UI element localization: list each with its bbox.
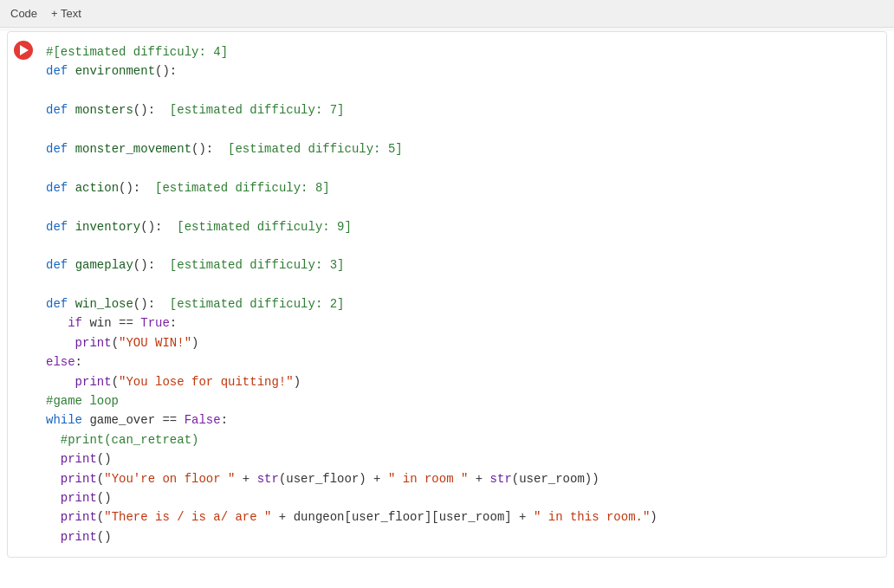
print-2: print [75, 375, 112, 389]
code-button[interactable]: Code [10, 7, 37, 20]
kw-false: False [185, 413, 221, 427]
plain-13: ( [112, 375, 119, 389]
print-6: print [61, 510, 97, 524]
plain-22: (user_room)) [512, 472, 599, 486]
kw-while: while [46, 413, 82, 427]
str-3: "You're on floor " [104, 472, 235, 486]
indent-print1 [46, 336, 75, 350]
plain-20: (user_floor) + [279, 472, 388, 486]
str-1: "YOU WIN!" [119, 336, 191, 350]
fn-monsters: monsters [75, 103, 133, 117]
indent-print2 [46, 375, 75, 389]
diff-7: [estimated difficuly: 2] [170, 297, 345, 311]
plain-26: ) [650, 510, 657, 524]
notebook-toolbar: Code + Text [0, 0, 894, 28]
diff-4: [estimated difficuly: 8] [155, 181, 330, 195]
plain-17: () [97, 452, 112, 466]
plain-5: (): [140, 220, 177, 234]
plain-10: ( [112, 336, 119, 350]
kw-def-1: def [46, 64, 68, 78]
print-5: print [61, 491, 97, 505]
diff-3: [estimated difficuly: 5] [228, 142, 403, 156]
plain-15: game_over == [82, 413, 185, 427]
fn-win-lose: win_lose [75, 297, 133, 311]
plain-12: : [75, 355, 82, 369]
code-label: Code [10, 7, 37, 20]
kw-def-6: def [46, 258, 68, 272]
plain-1: (): [155, 64, 177, 78]
fn-environment: environment [75, 64, 155, 78]
fn-action: action [75, 181, 119, 195]
code-cell: #[estimated difficuly: 4] def environmen… [7, 31, 887, 558]
str-6: " in this room." [534, 510, 650, 524]
kw-if: if [68, 316, 82, 330]
plain-6: (): [133, 258, 170, 272]
notebook-content: #[estimated difficuly: 4] def environmen… [0, 31, 894, 588]
indent-print7 [46, 530, 61, 544]
indent-print3 [46, 452, 61, 466]
diff-2: [estimated difficuly: 7] [170, 103, 345, 117]
comment-1: #[estimated difficuly: 4] [46, 45, 228, 59]
diff-5: [estimated difficuly: 9] [177, 220, 352, 234]
str-5: "There is / is a/ are " [104, 510, 271, 524]
str-fn-1: str [257, 472, 279, 486]
print-3: print [61, 452, 97, 466]
str-2: "You lose for quitting!" [119, 375, 294, 389]
print-1: print [75, 336, 112, 350]
kw-def-5: def [46, 220, 68, 234]
run-button-area[interactable] [8, 39, 39, 60]
plain-14: ) [294, 375, 301, 389]
plain-7: (): [133, 297, 170, 311]
plain-3: (): [191, 142, 228, 156]
str-4: " in room " [388, 472, 468, 486]
plain-18: ( [97, 472, 104, 486]
code-content[interactable]: #[estimated difficuly: 4] def environmen… [39, 39, 872, 550]
play-icon [20, 45, 29, 55]
indent-print5 [46, 491, 61, 505]
text-button[interactable]: + Text [51, 7, 81, 20]
comment-game-loop: #game loop [46, 394, 119, 408]
kw-else: else [46, 355, 75, 369]
run-button[interactable] [14, 41, 33, 60]
plain-21: + [468, 472, 489, 486]
plain-16: : [221, 413, 228, 427]
kw-true: True [140, 316, 170, 330]
plain-8: win == [82, 316, 140, 330]
print-7: print [61, 530, 97, 544]
plain-23: () [97, 491, 112, 505]
diff-6: [estimated difficuly: 3] [170, 258, 345, 272]
plain-11: ) [191, 336, 198, 350]
plain-19: + [235, 472, 256, 486]
indent-comment [46, 433, 61, 447]
kw-def-7: def [46, 297, 68, 311]
plain-2: (): [133, 103, 170, 117]
plain-27: () [97, 530, 112, 544]
indent-print4 [46, 472, 61, 486]
print-4: print [61, 472, 97, 486]
indent-if [46, 316, 68, 330]
kw-def-3: def [46, 142, 68, 156]
fn-monster-movement: monster_movement [75, 142, 191, 156]
plain-9: : [170, 316, 177, 330]
plain-25: + dungeon[user_floor][user_room] + [271, 510, 533, 524]
str-fn-2: str [490, 472, 512, 486]
kw-def-2: def [46, 103, 68, 117]
comment-print: #print(can_retreat) [61, 433, 199, 447]
plain-4: (): [119, 181, 155, 195]
text-label: + Text [51, 7, 81, 20]
fn-gameplay: gameplay [75, 258, 133, 272]
kw-def-4: def [46, 181, 68, 195]
fn-inventory: inventory [75, 220, 141, 234]
indent-print6 [46, 510, 61, 524]
plain-24: ( [97, 510, 104, 524]
